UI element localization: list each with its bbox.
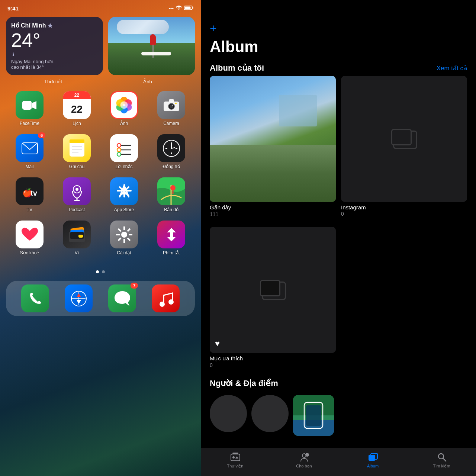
- app-tv-label: TV: [27, 207, 32, 212]
- dock-phone[interactable]: [17, 284, 54, 312]
- app-photos[interactable]: Ảnh: [106, 91, 143, 126]
- album-instagram-name: Instagram: [341, 204, 467, 210]
- dock-music[interactable]: [147, 284, 184, 312]
- app-clock[interactable]: Đồng hồ: [153, 134, 190, 169]
- svg-rect-83: [369, 455, 375, 461]
- app-camera[interactable]: Camera: [153, 91, 190, 126]
- app-notes-label: Ghi chú: [69, 164, 84, 169]
- people-title: Người & Địa điểm: [210, 379, 278, 388]
- album-favorites[interactable]: ♥ Mục ưa thích 0: [210, 227, 336, 373]
- app-facetime-label: FaceTime: [20, 121, 39, 126]
- app-wallet-label: Ví: [75, 250, 79, 255]
- weather-temp: 24°: [11, 30, 98, 51]
- place-1[interactable]: [293, 395, 334, 436]
- signal-icon: ▪▪▪: [168, 6, 174, 11]
- album-recent[interactable]: Gần đây 111: [210, 76, 336, 222]
- svg-line-63: [128, 238, 130, 241]
- tab-album-label: Album: [367, 464, 379, 468]
- person-1[interactable]: [210, 395, 247, 432]
- app-podcast[interactable]: Podcast: [58, 177, 96, 212]
- widgets-row: Hồ Chí Minh 24° 🌡 Ngày Mai nóng hơn,cao …: [0, 14, 201, 79]
- people-row: [210, 395, 467, 436]
- status-icons: ▪▪▪: [168, 6, 193, 11]
- app-calendar-label: Lịch: [73, 121, 81, 126]
- app-appstore-label: App Store: [114, 207, 134, 212]
- app-mail-label: Mail: [25, 164, 33, 169]
- app-calendar[interactable]: 22 22 Lịch: [58, 91, 96, 126]
- app-mail[interactable]: 6 Mail: [11, 134, 48, 169]
- svg-point-11: [120, 102, 128, 109]
- see-all-button[interactable]: Xem tất cả: [437, 64, 467, 72]
- tab-foryou[interactable]: Cho bạn: [289, 452, 319, 469]
- album-grid: Gần đây 111 Instagram 0: [201, 76, 476, 373]
- cal-day-number: 22: [71, 104, 83, 115]
- status-time: 9:41: [7, 5, 19, 12]
- library-icon: [230, 452, 241, 462]
- photos-album-screen: + Album Album của tôi Xem tất cả Gần đây…: [201, 0, 476, 476]
- app-notes[interactable]: Ghi chú: [58, 134, 96, 169]
- app-maps[interactable]: Bản đồ: [153, 177, 190, 212]
- search-icon: [437, 452, 447, 462]
- svg-point-29: [117, 152, 121, 156]
- album-instagram[interactable]: Instagram 0: [341, 76, 467, 222]
- dot-1[interactable]: [96, 270, 99, 273]
- add-album-button[interactable]: +: [210, 22, 217, 34]
- app-photos-label: Ảnh: [120, 121, 128, 126]
- app-wallet[interactable]: Ví: [58, 221, 96, 255]
- dock: 7: [6, 281, 195, 316]
- svg-rect-1: [193, 7, 193, 9]
- app-tv[interactable]: 🍎 tv TV: [11, 177, 48, 212]
- svg-marker-4: [32, 101, 36, 109]
- album-tab-icon: [368, 452, 378, 462]
- album-screen-title: Album: [210, 38, 258, 55]
- messages-badge: 7: [131, 283, 138, 289]
- app-reminders-label: Lời nhắc: [115, 164, 132, 169]
- dock-messages[interactable]: 7: [104, 284, 141, 312]
- app-grid: FaceTime 22 22 Lịch: [0, 88, 201, 267]
- my-albums-title: Album của tôi: [210, 63, 264, 73]
- app-health[interactable]: Sức khoẻ: [11, 221, 48, 255]
- svg-marker-70: [77, 300, 81, 304]
- svg-point-27: [117, 148, 121, 152]
- svg-rect-24: [70, 139, 84, 143]
- person-2[interactable]: [251, 395, 289, 432]
- app-shortcuts[interactable]: Phím tắt: [153, 221, 190, 255]
- dot-2[interactable]: [102, 270, 105, 273]
- app-row-2: 6 Mail Ghi chú: [6, 134, 195, 169]
- svg-rect-2: [185, 7, 191, 9]
- svg-point-72: [168, 299, 174, 305]
- photo-widget[interactable]: [108, 17, 195, 75]
- app-facetime[interactable]: FaceTime: [11, 91, 48, 126]
- app-settings-label: Cài đặt: [117, 250, 131, 255]
- app-shortcuts-label: Phím tắt: [163, 250, 180, 255]
- svg-marker-69: [77, 293, 81, 297]
- svg-line-65: [118, 238, 121, 241]
- tab-album[interactable]: Album: [358, 452, 388, 469]
- svg-point-80: [232, 456, 235, 459]
- svg-point-42: [75, 188, 78, 191]
- app-appstore[interactable]: App Store: [106, 177, 143, 212]
- status-bar: 9:41 ▪▪▪: [0, 0, 201, 14]
- app-podcast-label: Podcast: [69, 207, 85, 212]
- svg-text:tv: tv: [30, 189, 38, 197]
- album-header: +: [201, 0, 476, 38]
- mail-badge: 6: [38, 132, 45, 138]
- svg-rect-56: [78, 235, 83, 238]
- svg-point-17: [172, 104, 173, 106]
- svg-rect-79: [232, 453, 238, 454]
- tab-library[interactable]: Thư viện: [221, 452, 250, 469]
- album-instagram-count: 0: [341, 211, 467, 217]
- app-settings[interactable]: Cài đặt: [106, 221, 143, 255]
- app-reminders[interactable]: Lời nhắc: [106, 134, 143, 169]
- tab-bar: Thư viện Cho bạn Album Tìm kiếm: [201, 448, 476, 476]
- app-row-1: FaceTime 22 22 Lịch: [6, 91, 195, 126]
- album-favorites-count: 0: [210, 362, 336, 368]
- app-camera-label: Camera: [163, 121, 179, 126]
- cal-day-label: 22: [63, 91, 91, 99]
- weather-widget[interactable]: Hồ Chí Minh 24° 🌡 Ngày Mai nóng hơn,cao …: [6, 17, 103, 75]
- weather-label: Thời tiết: [10, 79, 96, 84]
- tab-search[interactable]: Tìm kiếm: [427, 452, 457, 469]
- dock-safari[interactable]: [60, 284, 97, 312]
- svg-point-71: [160, 302, 165, 307]
- my-albums-header: Album của tôi Xem tất cả: [201, 60, 476, 76]
